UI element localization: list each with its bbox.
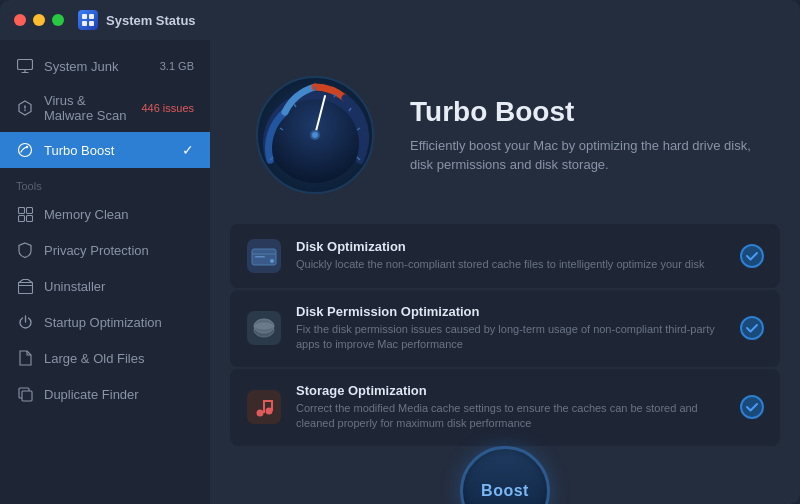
sidebar-item-label: System Junk [44,59,150,74]
sidebar-item-memory-clean[interactable]: Memory Clean [0,196,210,232]
boost-button[interactable]: Boost [460,446,550,504]
gauge-icon [16,141,34,159]
disk-optimization-card: Disk Optimization Quickly locate the non… [230,224,780,288]
app-title: System Status [106,13,196,28]
main-layout: System Junk 3.1 GB Virus & Malware Scan … [0,40,800,504]
svg-rect-11 [18,282,32,293]
turbo-boost-description: Efficiently boost your Mac by optimizing… [410,136,760,175]
disk-permission-title: Disk Permission Optimization [296,304,726,319]
disk-optimization-check[interactable] [740,244,764,268]
sidebar-item-label: Turbo Boost [44,143,172,158]
svg-rect-1 [89,14,94,19]
sidebar-item-large-old-files[interactable]: Large & Old Files [0,340,210,376]
grid-icon [16,205,34,223]
maximize-button[interactable] [52,14,64,26]
app-window: System Status System Junk 3.1 GB [0,0,800,504]
turbo-boost-title: Turbo Boost [410,96,760,128]
sidebar-item-label: Virus & Malware Scan [44,93,131,123]
sidebar-item-label: Startup Optimization [44,315,194,330]
checkmark-icon: ✓ [182,142,194,158]
svg-point-37 [257,410,264,417]
svg-rect-8 [26,207,32,213]
svg-rect-41 [271,400,273,411]
storage-optimization-check[interactable] [740,395,764,419]
app-icon [78,10,98,30]
speedometer-gauge [250,70,380,200]
storage-optimization-desc: Correct the modified Media cache setting… [296,401,726,432]
svg-rect-40 [263,400,271,402]
content-area: Turbo Boost Efficiently boost your Mac b… [210,40,800,504]
svg-rect-4 [18,60,33,70]
file-icon [16,349,34,367]
minimize-button[interactable] [33,14,45,26]
disk-permission-check[interactable] [740,316,764,340]
svg-rect-0 [82,14,87,19]
storage-optimization-card: Storage Optimization Correct the modifie… [230,369,780,446]
svg-rect-12 [22,391,32,401]
disk-permission-card: Disk Permission Optimization Fix the dis… [230,290,780,367]
svg-point-6 [26,146,28,148]
sidebar-item-label: Uninstaller [44,279,194,294]
tools-section-label: Tools [0,168,210,196]
svg-rect-2 [82,21,87,26]
sidebar-item-privacy-protection[interactable]: Privacy Protection [0,232,210,268]
sidebar-item-label: Privacy Protection [44,243,194,258]
storage-optimization-content: Storage Optimization Correct the modifie… [296,383,726,432]
sidebar: System Junk 3.1 GB Virus & Malware Scan … [0,40,210,504]
sidebar-item-label: Duplicate Finder [44,387,194,402]
sidebar-item-system-junk[interactable]: System Junk 3.1 GB [0,48,210,84]
svg-rect-9 [18,215,24,221]
svg-rect-31 [255,256,265,258]
monitor-icon [16,57,34,75]
close-button[interactable] [14,14,26,26]
storage-optimization-icon [246,389,282,425]
storage-optimization-title: Storage Optimization [296,383,726,398]
disk-permission-icon [246,310,282,346]
sidebar-item-label: Memory Clean [44,207,194,222]
sidebar-item-duplicate-finder[interactable]: Duplicate Finder [0,376,210,412]
content-header: Turbo Boost Efficiently boost your Mac b… [210,40,800,224]
svg-point-26 [312,132,318,138]
sidebar-item-label: Large & Old Files [44,351,194,366]
disk-optimization-content: Disk Optimization Quickly locate the non… [296,239,726,272]
disk-permission-desc: Fix the disk permission issues caused by… [296,322,726,353]
svg-point-30 [270,259,274,263]
sidebar-item-badge: 446 issues [141,102,194,114]
sidebar-item-turbo-boost[interactable]: Turbo Boost ✓ [0,132,210,168]
copy-icon [16,385,34,403]
sidebar-item-startup-optimization[interactable]: Startup Optimization [0,304,210,340]
svg-rect-3 [89,21,94,26]
boost-area: Boost [210,446,800,504]
svg-rect-29 [252,253,276,255]
titlebar-title: System Status [78,10,196,30]
sidebar-item-badge: 3.1 GB [160,60,194,72]
disk-permission-content: Disk Permission Optimization Fix the dis… [296,304,726,353]
sidebar-item-uninstaller[interactable]: Uninstaller [0,268,210,304]
optimization-list: Disk Optimization Quickly locate the non… [210,224,800,446]
disk-optimization-desc: Quickly locate the non-compliant stored … [296,257,726,272]
disk-optimization-icon [246,238,282,274]
shield-outline-icon [16,241,34,259]
turbo-boost-info: Turbo Boost Efficiently boost your Mac b… [410,96,760,175]
sidebar-item-virus-malware[interactable]: Virus & Malware Scan 446 issues [0,84,210,132]
power-icon [16,313,34,331]
svg-point-35 [254,323,274,330]
svg-point-5 [19,144,32,157]
svg-rect-10 [26,215,32,221]
disk-optimization-title: Disk Optimization [296,239,726,254]
traffic-lights [14,14,64,26]
gauge-container [250,70,380,200]
box-icon [16,277,34,295]
virus-icon [16,99,34,117]
svg-rect-7 [18,207,24,213]
titlebar: System Status [0,0,800,40]
